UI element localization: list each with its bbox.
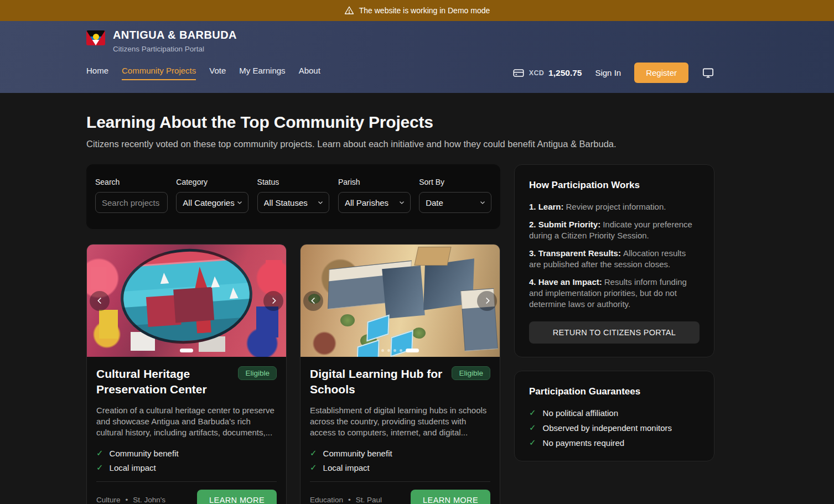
participation-step: 1. Learn:Review project information.: [529, 201, 700, 212]
main-content: Learning About the Top Community Project…: [0, 113, 834, 504]
sort-by-label: Sort By: [419, 178, 491, 186]
check-icon: [529, 438, 536, 448]
page-title: Learning About the Top Community Project…: [86, 113, 834, 132]
demo-mode-banner: The website is working in Demo mode: [0, 0, 834, 21]
carousel-next-button[interactable]: [263, 291, 283, 311]
antigua-barbuda-flag-icon: [86, 30, 105, 45]
learn-more-button[interactable]: LEARN MORE: [197, 490, 277, 504]
return-to-citizens-portal-button[interactable]: RETURN TO CITIZENS PORTAL: [529, 321, 700, 344]
category-label: Category: [176, 178, 248, 186]
check-icon: [529, 408, 536, 418]
bullet-separator: [348, 496, 351, 504]
parish-select[interactable]: All Parishes: [338, 192, 411, 213]
page-subtitle: Citizens recently voted on these top com…: [86, 139, 834, 149]
chevron-right-icon: [483, 297, 491, 305]
carousel-prev-button[interactable]: [303, 291, 323, 311]
participation-step: 4. Have an Impact:Results inform funding…: [529, 277, 700, 310]
project-image: [87, 245, 286, 357]
project-meta: Education St. Paul: [310, 496, 382, 504]
project-parish: St. John's: [133, 496, 165, 504]
eligible-badge: Eligible: [238, 366, 277, 380]
nav-item-about[interactable]: About: [299, 66, 320, 80]
nav-item-home[interactable]: Home: [86, 66, 108, 80]
project-feature: Community benefit: [96, 448, 277, 458]
carousel-dot[interactable]: [400, 349, 402, 352]
register-button[interactable]: Register: [634, 63, 688, 83]
check-icon: [529, 423, 536, 433]
project-feature: Local impact: [96, 463, 277, 472]
carousel-prev-button[interactable]: [90, 291, 110, 311]
header: ANTIGUA & BARBUDA Citizens Participation…: [0, 21, 834, 93]
site-subtitle: Citizens Participation Portal: [113, 45, 237, 53]
eligible-badge: Eligible: [452, 366, 490, 380]
carousel-dot[interactable]: [393, 349, 396, 352]
carousel-indicators[interactable]: [180, 349, 193, 352]
project-feature: Local impact: [310, 463, 490, 472]
guarantee-item: Observed by independent monitors: [529, 423, 700, 433]
panel-title: Participation Guarantees: [529, 386, 700, 397]
wallet-balance: XCD 1,250.75: [512, 67, 582, 79]
project-description: Creation of a cultural heritage center t…: [96, 405, 277, 438]
panel-title: How Participation Works: [529, 180, 700, 191]
demo-mode-text: The website is working in Demo mode: [359, 6, 490, 15]
check-icon: [310, 448, 317, 458]
project-category: Education: [310, 496, 343, 504]
nav-item-vote[interactable]: Vote: [209, 66, 226, 80]
status-label: Status: [257, 178, 330, 186]
chevron-down-icon: [479, 199, 486, 206]
participation-step: 2. Submit Priority:Indicate your prefere…: [529, 219, 700, 241]
sign-in-link[interactable]: Sign In: [595, 68, 621, 77]
participation-step: 3. Transparent Results:Allocation result…: [529, 248, 700, 270]
project-title: Cultural Heritage Preservation Center: [96, 366, 232, 397]
participation-guarantees-panel: Participation Guarantees No political af…: [514, 371, 714, 461]
chevron-left-icon: [309, 297, 318, 305]
carousel-dot[interactable]: [387, 349, 390, 352]
how-participation-works-panel: How Participation Works 1. Learn:Review …: [514, 164, 714, 357]
check-icon: [96, 448, 103, 458]
sort-by-select[interactable]: Date: [419, 192, 491, 213]
chevron-left-icon: [96, 297, 104, 305]
category-select[interactable]: All Categories: [176, 192, 248, 213]
filter-panel: Search Category All Categories Status Al…: [86, 164, 500, 229]
chevron-down-icon: [317, 199, 324, 206]
credit-card-icon: [512, 67, 525, 79]
project-card-cultural-heritage: Cultural Heritage Preservation Center El…: [86, 244, 287, 504]
chevron-down-icon: [236, 199, 243, 206]
chevron-right-icon: [270, 297, 278, 305]
carousel-active-dot[interactable]: [180, 349, 193, 352]
project-category: Culture: [96, 496, 121, 504]
project-card-digital-learning: Digital Learning Hub for Schools Eligibl…: [300, 244, 500, 504]
search-input[interactable]: [95, 192, 168, 213]
carousel-indicators[interactable]: [381, 349, 419, 352]
guarantee-item: No political affiliation: [529, 408, 700, 418]
wallet-currency: XCD: [529, 69, 544, 77]
carousel-dot[interactable]: [381, 349, 384, 352]
project-image: [301, 245, 500, 357]
carousel-active-dot[interactable]: [406, 349, 419, 352]
nav-bar: Home Community Projects Vote My Earnings…: [86, 63, 834, 83]
nav-item-community-projects[interactable]: Community Projects: [122, 66, 196, 80]
project-title: Digital Learning Hub for Schools: [310, 366, 446, 397]
learn-more-button[interactable]: LEARN MORE: [411, 490, 490, 504]
monitor-icon[interactable]: [702, 66, 714, 79]
project-description: Establishment of digital learning hubs i…: [310, 405, 490, 438]
project-parish: St. Paul: [356, 496, 382, 504]
site-title: ANTIGUA & BARBUDA: [113, 29, 237, 41]
search-label: Search: [95, 178, 168, 186]
project-feature: Community benefit: [310, 448, 490, 458]
wallet-amount: 1,250.75: [548, 68, 582, 78]
check-icon: [96, 463, 103, 472]
nav-item-my-earnings[interactable]: My Earnings: [239, 66, 285, 80]
bullet-separator: [126, 496, 128, 504]
status-select[interactable]: All Statuses: [257, 192, 330, 213]
guarantee-item: No payments required: [529, 438, 700, 448]
project-meta: Culture St. John's: [96, 496, 165, 504]
check-icon: [310, 463, 317, 472]
parish-label: Parish: [338, 178, 411, 186]
warning-icon: [344, 6, 354, 15]
chevron-down-icon: [398, 199, 405, 206]
carousel-next-button[interactable]: [477, 291, 497, 311]
brand: ANTIGUA & BARBUDA Citizens Participation…: [86, 29, 834, 53]
